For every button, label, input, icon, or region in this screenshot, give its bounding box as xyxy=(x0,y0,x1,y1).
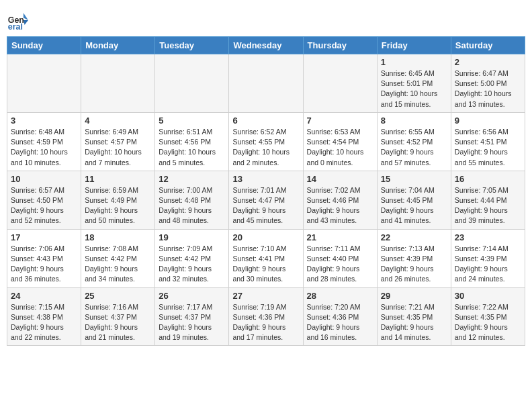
logo: Gen eral xyxy=(7,9,31,31)
calendar-cell: 11Sunrise: 6:59 AM Sunset: 4:49 PM Dayli… xyxy=(81,171,155,229)
day-number: 2 xyxy=(455,57,521,67)
day-number: 23 xyxy=(455,232,521,242)
day-info: Sunrise: 6:49 AM Sunset: 4:57 PM Dayligh… xyxy=(85,127,151,168)
day-number: 26 xyxy=(159,291,225,301)
svg-text:eral: eral xyxy=(8,22,23,31)
day-number: 19 xyxy=(159,232,225,242)
calendar-cell: 1Sunrise: 6:45 AM Sunset: 5:01 PM Daylig… xyxy=(377,54,451,113)
day-info: Sunrise: 7:06 AM Sunset: 4:43 PM Dayligh… xyxy=(11,244,77,285)
calendar-cell xyxy=(229,54,303,113)
day-number: 7 xyxy=(307,116,373,126)
day-info: Sunrise: 7:04 AM Sunset: 4:45 PM Dayligh… xyxy=(381,185,447,226)
calendar-cell: 2Sunrise: 6:47 AM Sunset: 5:00 PM Daylig… xyxy=(451,54,525,113)
weekday-header-sunday: Sunday xyxy=(7,37,81,54)
weekday-header-tuesday: Tuesday xyxy=(155,37,229,54)
day-number: 25 xyxy=(85,291,151,301)
day-number: 22 xyxy=(381,232,447,242)
day-number: 12 xyxy=(159,174,225,184)
day-number: 29 xyxy=(381,291,447,301)
calendar-cell: 19Sunrise: 7:09 AM Sunset: 4:42 PM Dayli… xyxy=(155,229,229,287)
day-info: Sunrise: 7:08 AM Sunset: 4:42 PM Dayligh… xyxy=(85,244,151,285)
day-number: 21 xyxy=(307,232,373,242)
day-number: 8 xyxy=(381,116,447,126)
calendar-cell: 6Sunrise: 6:52 AM Sunset: 4:55 PM Daylig… xyxy=(229,112,303,171)
day-info: Sunrise: 6:57 AM Sunset: 4:50 PM Dayligh… xyxy=(11,185,77,226)
calendar-cell: 21Sunrise: 7:11 AM Sunset: 4:40 PM Dayli… xyxy=(303,229,377,287)
calendar-cell: 25Sunrise: 7:16 AM Sunset: 4:37 PM Dayli… xyxy=(81,287,155,346)
calendar-cell: 10Sunrise: 6:57 AM Sunset: 4:50 PM Dayli… xyxy=(7,171,81,229)
day-info: Sunrise: 7:10 AM Sunset: 4:41 PM Dayligh… xyxy=(232,244,299,285)
day-info: Sunrise: 7:14 AM Sunset: 4:39 PM Dayligh… xyxy=(455,244,521,285)
weekday-header-monday: Monday xyxy=(81,37,155,54)
day-info: Sunrise: 7:02 AM Sunset: 4:46 PM Dayligh… xyxy=(307,185,373,226)
calendar-cell xyxy=(7,54,81,113)
day-number: 14 xyxy=(307,174,373,184)
weekday-header-friday: Friday xyxy=(377,37,451,54)
day-number: 9 xyxy=(455,116,521,126)
day-info: Sunrise: 6:48 AM Sunset: 4:59 PM Dayligh… xyxy=(11,127,77,168)
day-number: 27 xyxy=(232,291,299,301)
day-number: 28 xyxy=(307,291,373,301)
day-info: Sunrise: 7:20 AM Sunset: 4:36 PM Dayligh… xyxy=(307,302,373,343)
day-info: Sunrise: 7:09 AM Sunset: 4:42 PM Dayligh… xyxy=(159,244,225,285)
week-row-2: 3Sunrise: 6:48 AM Sunset: 4:59 PM Daylig… xyxy=(7,112,525,171)
day-info: Sunrise: 7:11 AM Sunset: 4:40 PM Dayligh… xyxy=(307,244,373,285)
day-number: 4 xyxy=(85,116,151,126)
weekday-header-row: SundayMondayTuesdayWednesdayThursdayFrid… xyxy=(7,37,525,54)
day-info: Sunrise: 7:19 AM Sunset: 4:36 PM Dayligh… xyxy=(232,302,299,343)
calendar-cell: 4Sunrise: 6:49 AM Sunset: 4:57 PM Daylig… xyxy=(81,112,155,171)
calendar-cell: 29Sunrise: 7:21 AM Sunset: 4:35 PM Dayli… xyxy=(377,287,451,346)
calendar-cell: 14Sunrise: 7:02 AM Sunset: 4:46 PM Dayli… xyxy=(303,171,377,229)
day-number: 15 xyxy=(381,174,447,184)
day-number: 20 xyxy=(232,232,299,242)
day-number: 6 xyxy=(232,116,299,126)
day-info: Sunrise: 6:52 AM Sunset: 4:55 PM Dayligh… xyxy=(232,127,299,168)
calendar-cell: 3Sunrise: 6:48 AM Sunset: 4:59 PM Daylig… xyxy=(7,112,81,171)
logo-icon: Gen eral xyxy=(7,9,28,31)
calendar-cell: 23Sunrise: 7:14 AM Sunset: 4:39 PM Dayli… xyxy=(451,229,525,287)
day-info: Sunrise: 7:15 AM Sunset: 4:38 PM Dayligh… xyxy=(11,302,77,343)
calendar-cell xyxy=(155,54,229,113)
calendar-cell: 17Sunrise: 7:06 AM Sunset: 4:43 PM Dayli… xyxy=(7,229,81,287)
week-row-5: 24Sunrise: 7:15 AM Sunset: 4:38 PM Dayli… xyxy=(7,287,525,346)
calendar-cell: 13Sunrise: 7:01 AM Sunset: 4:47 PM Dayli… xyxy=(229,171,303,229)
weekday-header-saturday: Saturday xyxy=(451,37,525,54)
day-info: Sunrise: 6:45 AM Sunset: 5:01 PM Dayligh… xyxy=(381,68,447,109)
week-row-1: 1Sunrise: 6:45 AM Sunset: 5:01 PM Daylig… xyxy=(7,54,525,113)
day-number: 17 xyxy=(11,232,77,242)
calendar-cell: 20Sunrise: 7:10 AM Sunset: 4:41 PM Dayli… xyxy=(229,229,303,287)
weekday-header-wednesday: Wednesday xyxy=(229,37,303,54)
calendar-cell: 26Sunrise: 7:17 AM Sunset: 4:37 PM Dayli… xyxy=(155,287,229,346)
day-number: 16 xyxy=(455,174,521,184)
day-info: Sunrise: 7:01 AM Sunset: 4:47 PM Dayligh… xyxy=(232,185,299,226)
calendar-cell: 27Sunrise: 7:19 AM Sunset: 4:36 PM Dayli… xyxy=(229,287,303,346)
day-info: Sunrise: 6:53 AM Sunset: 4:54 PM Dayligh… xyxy=(307,127,373,168)
week-row-4: 17Sunrise: 7:06 AM Sunset: 4:43 PM Dayli… xyxy=(7,229,525,287)
calendar-table: SundayMondayTuesdayWednesdayThursdayFrid… xyxy=(7,36,525,346)
day-number: 10 xyxy=(11,174,77,184)
day-info: Sunrise: 6:47 AM Sunset: 5:00 PM Dayligh… xyxy=(455,68,521,109)
calendar-cell: 18Sunrise: 7:08 AM Sunset: 4:42 PM Dayli… xyxy=(81,229,155,287)
day-info: Sunrise: 6:56 AM Sunset: 4:51 PM Dayligh… xyxy=(455,127,521,168)
calendar-cell: 9Sunrise: 6:56 AM Sunset: 4:51 PM Daylig… xyxy=(451,112,525,171)
page-header: Gen eral xyxy=(7,7,525,31)
calendar-cell xyxy=(303,54,377,113)
day-info: Sunrise: 7:13 AM Sunset: 4:39 PM Dayligh… xyxy=(381,244,447,285)
calendar-cell: 12Sunrise: 7:00 AM Sunset: 4:48 PM Dayli… xyxy=(155,171,229,229)
calendar-cell: 5Sunrise: 6:51 AM Sunset: 4:56 PM Daylig… xyxy=(155,112,229,171)
day-number: 5 xyxy=(159,116,225,126)
day-info: Sunrise: 7:05 AM Sunset: 4:44 PM Dayligh… xyxy=(455,185,521,226)
calendar-cell: 24Sunrise: 7:15 AM Sunset: 4:38 PM Dayli… xyxy=(7,287,81,346)
day-info: Sunrise: 6:55 AM Sunset: 4:52 PM Dayligh… xyxy=(381,127,447,168)
calendar-cell xyxy=(81,54,155,113)
day-info: Sunrise: 6:59 AM Sunset: 4:49 PM Dayligh… xyxy=(85,185,151,226)
weekday-header-thursday: Thursday xyxy=(303,37,377,54)
day-number: 13 xyxy=(232,174,299,184)
day-info: Sunrise: 6:51 AM Sunset: 4:56 PM Dayligh… xyxy=(159,127,225,168)
day-number: 18 xyxy=(85,232,151,242)
day-number: 11 xyxy=(85,174,151,184)
calendar-cell: 22Sunrise: 7:13 AM Sunset: 4:39 PM Dayli… xyxy=(377,229,451,287)
calendar-cell: 8Sunrise: 6:55 AM Sunset: 4:52 PM Daylig… xyxy=(377,112,451,171)
calendar-cell: 15Sunrise: 7:04 AM Sunset: 4:45 PM Dayli… xyxy=(377,171,451,229)
day-number: 24 xyxy=(11,291,77,301)
